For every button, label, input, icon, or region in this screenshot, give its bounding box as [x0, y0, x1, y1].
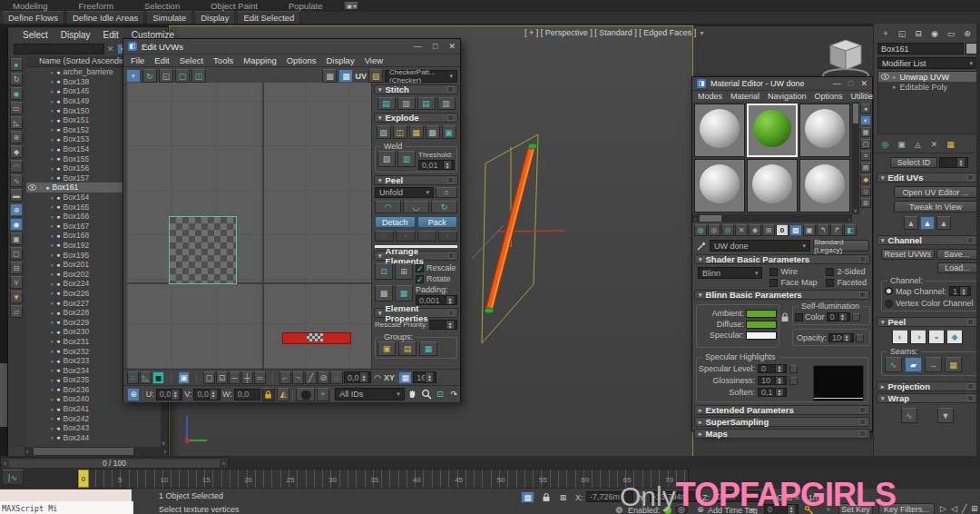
no-snap-icon[interactable]: ⊘: [318, 371, 329, 384]
modifier-list-dropdown[interactable]: Modifier List▾: [877, 57, 977, 69]
flatten-by-material-icon[interactable]: ▩: [426, 125, 440, 139]
u-field[interactable]: 0,0▲▼: [156, 389, 183, 400]
edge-mode-icon[interactable]: ◺: [140, 371, 152, 384]
ribbon-config-icon[interactable]: ▣ ▾: [344, 2, 358, 10]
shrink-selection-icon[interactable]: ┼: [241, 371, 253, 384]
v-field[interactable]: 0,0▲▼: [193, 389, 220, 400]
flatten-mapping-icon[interactable]: ▦: [409, 125, 424, 139]
tab-modify-icon[interactable]: ◱: [896, 27, 908, 39]
lock-ambient-diffuse-icon[interactable]: [780, 311, 789, 322]
display-cameras-icon[interactable]: ◆: [10, 145, 23, 158]
tab-utilities-icon[interactable]: ⊛: [961, 27, 974, 39]
stitch-custom-icon[interactable]: ▥: [437, 97, 456, 110]
material-editor-titlebar[interactable]: ◨ Material Editor - UW done — □ ✕: [692, 77, 872, 91]
put-material-icon[interactable]: ◎: [708, 224, 720, 236]
flip-preview-icon[interactable]: ◭: [277, 388, 289, 401]
surface-wrap-icon[interactable]: ▼: [937, 408, 954, 423]
peel-mode-icon[interactable]: ◒: [928, 330, 945, 344]
expand-to-seam-icon[interactable]: ▦: [945, 357, 962, 372]
blinn-basic-rollout-header[interactable]: ▾Blinn Basic Parameters: [694, 290, 870, 300]
display-lights-icon[interactable]: ≋: [10, 131, 23, 143]
minimize-icon[interactable]: —: [414, 42, 422, 51]
arrange-rollout-header[interactable]: ▾Arrange Elements: [374, 251, 458, 261]
tile-pattern-icon[interactable]: ▩: [322, 69, 337, 83]
scene-object-box161[interactable]: [454, 118, 590, 354]
make-unique-icon[interactable]: ◬: [912, 139, 924, 150]
display-geometry-icon[interactable]: ▭: [10, 102, 23, 114]
make-unique-icon[interactable]: ◈: [749, 224, 761, 236]
explorer-list-item[interactable]: ●●Box242: [26, 413, 161, 423]
frame-range-track[interactable]: 0 / 100: [9, 460, 220, 468]
filter-advanced-icon[interactable]: Y: [10, 276, 23, 289]
snap-corner-icon[interactable]: ⌐: [279, 371, 291, 384]
edit-uvws-menu-item[interactable]: Select: [180, 55, 203, 65]
edge-to-seam-icon[interactable]: →: [925, 357, 942, 372]
stitch-rollout-header[interactable]: ▾Stitch: [374, 84, 458, 94]
tweak-in-view-button[interactable]: Tweak In View: [894, 201, 977, 213]
modifier-stack-item[interactable]: ▸Editable Poly: [878, 82, 976, 92]
faceted-checkbox[interactable]: [826, 279, 834, 287]
pin-stack-icon[interactable]: ◎: [879, 139, 891, 150]
pick-material-icon[interactable]: ◧: [844, 224, 857, 236]
specular-level-map-button[interactable]: [789, 365, 798, 373]
lock-selection-icon[interactable]: [262, 388, 275, 401]
w-field[interactable]: 0,0: [234, 389, 260, 400]
projection-rollout-header[interactable]: ▸Projection: [877, 381, 978, 391]
close-icon[interactable]: ✕: [860, 79, 867, 88]
uv-checker-island[interactable]: [169, 216, 237, 284]
refresh-icon[interactable]: ↻: [10, 73, 23, 85]
point-to-point-seam-icon[interactable]: ▰: [905, 357, 922, 372]
close-icon[interactable]: ✕: [448, 42, 456, 51]
explorer-menu-item[interactable]: Select: [23, 30, 48, 40]
open-uv-editor-button[interactable]: Open UV Editor ...: [894, 186, 977, 198]
degradation-toggle-icon[interactable]: ◎: [675, 504, 688, 514]
unpin-icon[interactable]: ◦: [396, 231, 415, 242]
display-materials-icon[interactable]: ▢: [10, 247, 23, 260]
previous-frame-icon[interactable]: ◁: [951, 504, 957, 513]
get-material-icon[interactable]: ◍: [694, 224, 707, 236]
material-menu-item[interactable]: Navigation: [768, 92, 807, 101]
isolate-selection-icon[interactable]: ▦: [521, 491, 534, 503]
texture-options-icon[interactable]: ▨: [368, 69, 383, 83]
display-groups-icon[interactable]: ▬: [10, 189, 23, 202]
specular-color-swatch[interactable]: [746, 331, 777, 340]
explode-rollout-header[interactable]: ▾Explode: [374, 113, 458, 123]
ribbon-panel-item[interactable]: Simulate: [146, 11, 192, 25]
video-color-check-icon[interactable]: ≡: [860, 151, 871, 161]
rotate-checkbox[interactable]: ✓: [416, 275, 424, 283]
reset-peel-icon[interactable]: ◑: [910, 330, 926, 344]
peel-reset-button[interactable]: ○: [436, 187, 457, 198]
save-button[interactable]: Save...: [936, 249, 977, 260]
viewport-label[interactable]: [ + ] [ Perspective ] [ Standard ] [ Edg…: [524, 28, 705, 37]
shader-basic-rollout-header[interactable]: ▾Shader Basic Parameters: [694, 254, 870, 264]
ribbon-panel-item[interactable]: Edit Selected: [237, 11, 300, 25]
peel-rollout-header-panel[interactable]: ▾Peel: [877, 317, 978, 327]
face-mode-icon[interactable]: ◼: [152, 371, 164, 384]
adaptive-degradation-icon[interactable]: ◍: [613, 504, 625, 514]
pin-explorer-icon[interactable]: ◉: [10, 87, 23, 100]
remove-modifier-icon[interactable]: ✕: [928, 139, 940, 150]
rescale-priority-field[interactable]: ▲▼: [429, 320, 457, 330]
filter-icon[interactable]: ▼: [10, 291, 23, 303]
edit-uvws-menu-item[interactable]: Tools: [213, 55, 233, 65]
sample-hscroll-right-icon[interactable]: ›: [847, 216, 852, 222]
scale-tool-icon[interactable]: ◱: [159, 69, 173, 83]
peel-rollout-header[interactable]: ▾Peel: [374, 175, 458, 185]
rotate-tool-icon[interactable]: ↻: [142, 69, 157, 83]
current-frame-field[interactable]: 0▲▼: [764, 504, 799, 514]
panel-scrollbar[interactable]: [976, 24, 980, 488]
draw-seam-icon[interactable]: ╱: [305, 371, 317, 384]
display-spacewarps-icon[interactable]: ∿: [10, 174, 23, 187]
uv-canvas[interactable]: [127, 83, 371, 369]
two-sided-checkbox[interactable]: [826, 268, 834, 276]
material-menu-item[interactable]: Modes: [698, 92, 722, 101]
flatten-custom-icon[interactable]: ▣: [442, 125, 456, 139]
edit-uvws-titlebar[interactable]: ◧ Edit UVWs — □ ✕: [123, 39, 460, 54]
face-map-checkbox[interactable]: [769, 279, 778, 287]
texture-list-dropdown[interactable]: CheckerPatt... (Checker)▾: [385, 70, 457, 83]
maximize-icon[interactable]: □: [433, 42, 437, 51]
display-xrefs-icon[interactable]: ⊛: [10, 203, 23, 216]
tab-display-icon[interactable]: ▭: [945, 27, 957, 39]
time-tag-icon[interactable]: ⊕: [695, 504, 706, 514]
peel-mode-dropdown[interactable]: Unfold▾: [375, 187, 434, 198]
